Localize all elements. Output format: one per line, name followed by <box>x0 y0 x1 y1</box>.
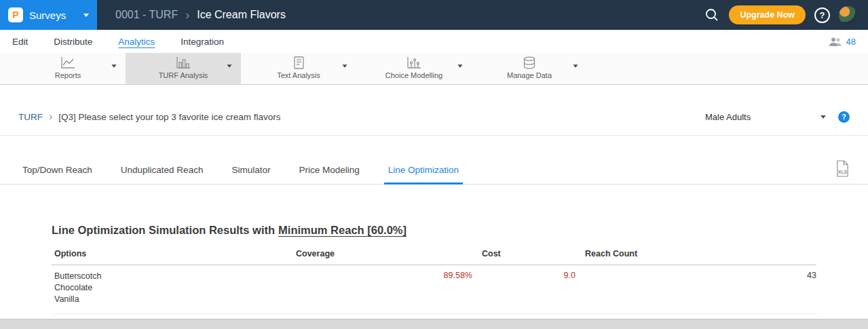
toolbar-item-reports[interactable]: Reports <box>10 53 126 84</box>
app-logo-icon: P <box>8 7 23 22</box>
nav-item-edit[interactable]: Edit <box>12 37 28 47</box>
column-header-cost: Cost <box>482 249 585 258</box>
column-header-reach-count: Reach Count <box>585 249 816 258</box>
line-optimization-results: Line Optimization Simulation Results wit… <box>0 224 868 314</box>
turf-breadcrumb-row: TURF › [Q3] Please select your top 3 fav… <box>0 85 868 136</box>
chevron-down-icon[interactable] <box>573 64 578 68</box>
segment-selector[interactable]: Male Adults <box>705 112 826 122</box>
options-cell: Butterscotch Chocolate Vanilla <box>54 271 296 305</box>
reach-count-value: 43 <box>585 271 816 305</box>
toolbar-item-manage-data[interactable]: Manage Data <box>472 53 587 84</box>
toolbar-item-choice-modelling[interactable]: Choice Modelling <box>356 53 472 84</box>
topbar: P Surveys 0001 - TURF › Ice Cream Flavor… <box>0 0 868 30</box>
topbar-actions: Upgrade Now ? <box>704 5 868 24</box>
surveys-label: Surveys <box>29 9 66 21</box>
analytics-toolbar: Reports TURF Analysis Text Analysis <box>0 53 868 85</box>
column-header-options: Options <box>54 249 296 258</box>
text-grid-icon <box>241 56 356 70</box>
nav-item-analytics[interactable]: Analytics <box>118 37 155 47</box>
results-heading: Line Optimization Simulation Results wit… <box>52 224 816 237</box>
chevron-down-icon <box>83 14 89 17</box>
option-item: Chocolate <box>54 282 296 294</box>
breadcrumb: 0001 - TURF › Ice Cream Flavors <box>115 9 286 21</box>
page-background-strip <box>0 319 868 329</box>
survey-nav: Edit Distribute Analytics Integration 48 <box>0 30 868 53</box>
nav-item-distribute[interactable]: Distribute <box>54 37 92 47</box>
toolbar-item-label: Text Analysis <box>241 71 356 79</box>
results-heading-text: Line Optimization Simulation Results wit… <box>52 224 275 236</box>
svg-text:XLS: XLS <box>838 170 848 174</box>
upgrade-now-button[interactable]: Upgrade Now <box>729 5 806 24</box>
tab-simulator[interactable]: Simulator <box>227 158 274 184</box>
toolbar-item-text-analysis[interactable]: Text Analysis <box>241 53 356 84</box>
tab-line-optimization[interactable]: Line Optimization <box>384 158 463 184</box>
toolbar-item-label: TURF Analysis <box>126 71 241 79</box>
table-row: Butterscotch Chocolate Vanilla 89.58% 9.… <box>52 265 816 314</box>
chevron-right-icon: › <box>49 111 52 122</box>
tab-top-down-reach[interactable]: Top/Down Reach <box>18 158 96 184</box>
breadcrumb-question: [Q3] Please select your top 3 favorite i… <box>58 112 280 122</box>
bar-chart-icon <box>126 56 241 70</box>
chevron-down-icon[interactable] <box>227 64 231 68</box>
cost-value: 9.0 <box>482 271 585 305</box>
toolbar-item-label: Manage Data <box>472 71 587 79</box>
coverage-value: 89.58% <box>296 271 482 305</box>
chevron-down-icon[interactable] <box>111 64 116 68</box>
breadcrumb-turf-link[interactable]: TURF <box>18 112 43 122</box>
chevron-down-icon[interactable] <box>342 64 347 68</box>
chevron-down-icon <box>820 115 826 119</box>
respondent-count: 48 <box>846 37 856 47</box>
line-chart-icon <box>10 56 126 70</box>
tab-price-modeling[interactable]: Price Modeling <box>295 158 363 184</box>
help-icon[interactable]: ? <box>814 7 830 23</box>
turf-tabs: Top/Down Reach Unduplicated Reach Simula… <box>0 158 868 185</box>
survey-title: Ice Cream Flavors <box>197 9 286 21</box>
segment-area: Male Adults ? <box>705 111 850 123</box>
tab-unduplicated-reach[interactable]: Unduplicated Reach <box>117 158 208 184</box>
minimum-reach-link[interactable]: Minimum Reach [60.0%] <box>278 224 407 236</box>
table-header-row: Options Coverage Cost Reach Count <box>52 249 816 265</box>
chevron-right-icon: › <box>185 9 189 21</box>
option-item: Vanilla <box>54 294 296 305</box>
nav-item-integration[interactable]: Integration <box>181 37 224 47</box>
results-table: Options Coverage Cost Reach Count Butter… <box>52 249 816 314</box>
respondent-count-group[interactable]: 48 <box>829 37 856 47</box>
export-xls-icon[interactable]: XLS <box>835 160 850 182</box>
help-icon[interactable]: ? <box>838 111 850 123</box>
survey-id[interactable]: 0001 - TURF <box>115 9 178 21</box>
people-icon <box>829 37 842 46</box>
dot-chart-icon <box>356 56 472 70</box>
segment-selected-value: Male Adults <box>705 112 751 122</box>
chevron-down-icon[interactable] <box>457 64 462 68</box>
database-icon <box>472 56 587 70</box>
toolbar-item-label: Choice Modelling <box>356 71 472 79</box>
search-icon[interactable] <box>704 7 720 23</box>
avatar[interactable] <box>839 6 857 24</box>
column-header-coverage: Coverage <box>296 249 482 258</box>
surveys-menu-button[interactable]: P Surveys <box>0 0 97 30</box>
toolbar-item-turf-analysis[interactable]: TURF Analysis <box>126 53 241 84</box>
toolbar-item-label: Reports <box>10 71 126 79</box>
option-item: Butterscotch <box>54 271 296 282</box>
